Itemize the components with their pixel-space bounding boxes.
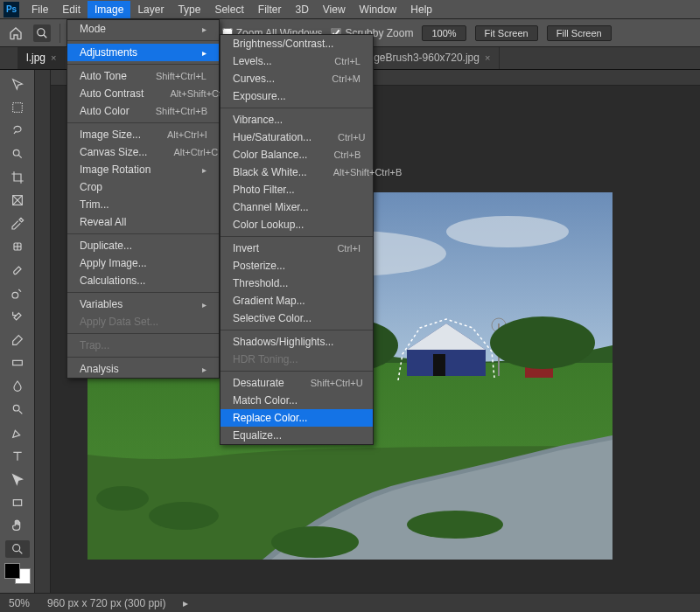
- adjust-menu-vibrance-[interactable]: Vibrance...: [220, 111, 373, 129]
- image-menu-trap-: Trap...: [67, 337, 219, 354]
- chevron-right-icon[interactable]: ▸: [183, 597, 188, 609]
- image-menu-adjustments[interactable]: Adjustments: [67, 44, 219, 61]
- image-menu-mode[interactable]: Mode: [67, 20, 219, 38]
- zoom-tool[interactable]: [5, 540, 30, 559]
- dodge-tool[interactable]: [5, 400, 30, 419]
- adjust-menu-match-color-[interactable]: Match Color...: [220, 392, 373, 409]
- image-menu-auto-tone[interactable]: Auto ToneShift+Ctrl+L: [67, 67, 219, 85]
- patch-tool[interactable]: [5, 238, 30, 256]
- zoom-tool-icon[interactable]: [33, 24, 51, 42]
- menu-edit[interactable]: Edit: [55, 1, 88, 18]
- fit-screen-button[interactable]: Fit Screen: [475, 25, 538, 41]
- document-tab[interactable]: l.jpg×: [18, 47, 66, 69]
- menu-item-label: Image Rotation: [80, 163, 150, 176]
- adjust-menu-black-white-[interactable]: Black & White...Alt+Shift+Ctrl+B: [220, 163, 373, 181]
- adjust-menu-channel-mixer-[interactable]: Channel Mixer...: [220, 198, 373, 216]
- image-menu-image-rotation[interactable]: Image Rotation: [67, 161, 219, 178]
- image-menu-crop[interactable]: Crop: [67, 178, 219, 196]
- menu-item-label: Channel Mixer...: [233, 201, 309, 213]
- hand-tool[interactable]: [5, 517, 30, 535]
- adjust-menu-shadows-highlights-[interactable]: Shadows/Highlights...: [220, 333, 373, 351]
- menu-item-label: Reveal All: [80, 216, 126, 228]
- adjust-menu-desaturate[interactable]: DesaturateShift+Ctrl+U: [220, 374, 373, 392]
- menu-item-label: Levels...: [233, 55, 272, 67]
- image-menu-variables[interactable]: Variables: [67, 296, 219, 313]
- menu-view[interactable]: View: [316, 1, 353, 18]
- close-icon[interactable]: ×: [51, 52, 56, 63]
- adjust-menu-equalize-[interactable]: Equalize...: [220, 427, 373, 444]
- menu-3d[interactable]: 3D: [288, 1, 315, 18]
- lasso-tool[interactable]: [5, 122, 30, 140]
- adjust-menu-photo-filter-[interactable]: Photo Filter...: [220, 181, 373, 198]
- menu-item-label: Photo Filter...: [233, 184, 295, 196]
- path-tool[interactable]: [5, 470, 30, 489]
- zoom-100-button[interactable]: 100%: [422, 25, 466, 41]
- image-menu: ModeAdjustmentsAuto ToneShift+Ctrl+LAuto…: [66, 19, 220, 379]
- menu-image[interactable]: Image: [88, 1, 130, 18]
- clone-tool[interactable]: [5, 284, 30, 303]
- adjust-menu-levels-[interactable]: Levels...Ctrl+L: [220, 52, 373, 70]
- menu-select[interactable]: Select: [207, 1, 250, 18]
- image-menu-image-size-[interactable]: Image Size...Alt+Ctrl+I: [67, 126, 219, 143]
- menu-file[interactable]: File: [24, 1, 55, 18]
- menu-item-label: HDR Toning...: [233, 353, 298, 365]
- eyedropper-tool[interactable]: [5, 214, 30, 233]
- menu-item-label: Auto Color: [80, 105, 130, 117]
- eraser-tool[interactable]: [5, 330, 30, 349]
- image-menu-reveal-all[interactable]: Reveal All: [67, 213, 219, 231]
- adjust-menu-selective-color-[interactable]: Selective Color...: [220, 309, 373, 327]
- adjust-menu-invert[interactable]: InvertCtrl+I: [220, 240, 373, 257]
- close-icon[interactable]: ×: [485, 52, 490, 63]
- adjust-menu-hue-saturation-[interactable]: Hue/Saturation...Ctrl+U: [220, 129, 373, 146]
- menu-layer[interactable]: Layer: [130, 1, 171, 18]
- gradient-tool[interactable]: [5, 354, 30, 372]
- menu-help[interactable]: Help: [403, 1, 439, 18]
- shortcut-label: Ctrl+M: [332, 73, 360, 84]
- shortcut-label: Ctrl+L: [334, 56, 360, 66]
- move-tool[interactable]: [5, 75, 30, 94]
- adjust-menu-curves-[interactable]: Curves...Ctrl+M: [220, 70, 373, 87]
- brush-tool[interactable]: [5, 261, 30, 280]
- image-menu-auto-color[interactable]: Auto ColorShift+Ctrl+B: [67, 102, 219, 120]
- menu-item-label: Curves...: [233, 73, 275, 85]
- quick-select-tool[interactable]: [5, 145, 30, 163]
- image-menu-calculations-[interactable]: Calculations...: [67, 272, 219, 289]
- image-menu-canvas-size-[interactable]: Canvas Size...Alt+Ctrl+C: [67, 143, 219, 161]
- image-menu-auto-contrast[interactable]: Auto ContrastAlt+Shift+Ctrl+L: [67, 85, 219, 102]
- menu-window[interactable]: Window: [353, 1, 404, 18]
- menu-item-label: Crop: [80, 181, 102, 193]
- adjust-menu-replace-color-[interactable]: Replace Color...: [220, 409, 373, 427]
- menu-item-label: Shadows/Highlights...: [233, 336, 333, 348]
- image-menu-analysis[interactable]: Analysis: [67, 360, 219, 378]
- blur-tool[interactable]: [5, 378, 30, 396]
- zoom-level[interactable]: 50%: [9, 597, 30, 609]
- adjust-menu-brightness-contrast-[interactable]: Brightness/Contrast...: [220, 35, 373, 52]
- adjust-menu-gradient-map-[interactable]: Gradient Map...: [220, 292, 373, 309]
- rectangle-tool[interactable]: [5, 493, 30, 511]
- adjust-menu-exposure-[interactable]: Exposure...: [220, 87, 373, 105]
- adjust-menu-color-lookup-[interactable]: Color Lookup...: [220, 216, 373, 233]
- history-brush-tool[interactable]: [5, 308, 30, 326]
- menu-filter[interactable]: Filter: [251, 1, 289, 18]
- type-tool[interactable]: [5, 447, 30, 465]
- adjust-menu-threshold-[interactable]: Threshold...: [220, 275, 373, 292]
- crop-tool[interactable]: [5, 168, 30, 186]
- frame-tool[interactable]: [5, 191, 30, 210]
- svg-point-25: [407, 511, 503, 539]
- color-swatches[interactable]: [4, 563, 31, 584]
- svg-point-10: [12, 293, 18, 299]
- image-menu-trim-[interactable]: Trim...: [67, 196, 219, 213]
- adjust-menu-posterize-[interactable]: Posterize...: [220, 257, 373, 275]
- adjust-menu-color-balance-[interactable]: Color Balance...Ctrl+B: [220, 146, 373, 163]
- foreground-swatch[interactable]: [4, 563, 20, 579]
- menu-type[interactable]: Type: [171, 1, 207, 18]
- home-icon[interactable]: [7, 24, 24, 42]
- image-menu-apply-image-[interactable]: Apply Image...: [67, 254, 219, 272]
- tool-panel: [0, 70, 35, 593]
- image-menu-duplicate-[interactable]: Duplicate...: [67, 237, 219, 254]
- marquee-tool[interactable]: [5, 99, 30, 117]
- pen-tool[interactable]: [5, 424, 30, 442]
- svg-point-22: [96, 486, 149, 511]
- fill-screen-button[interactable]: Fill Screen: [547, 25, 612, 41]
- menu-item-label: Mode: [80, 23, 106, 35]
